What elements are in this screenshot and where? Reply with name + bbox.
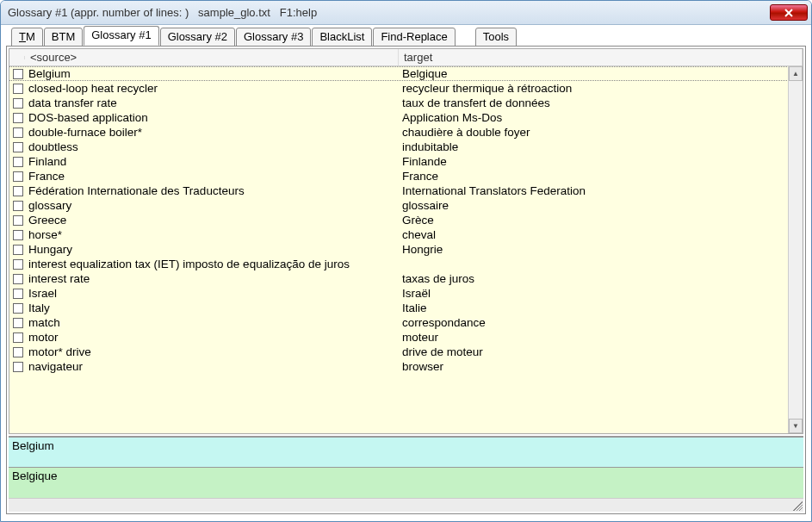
header-source[interactable]: <source> — [25, 49, 399, 65]
close-button[interactable] — [770, 4, 808, 21]
table-row[interactable]: horse*cheval — [9, 227, 803, 242]
row-source: horse* — [25, 228, 399, 241]
table-row[interactable]: motormoteur — [9, 330, 803, 345]
table-row[interactable]: glossaryglossaire — [9, 198, 803, 213]
source-entry-panel[interactable]: Belgium — [9, 436, 803, 467]
row-checkbox[interactable] — [13, 274, 23, 284]
row-checkbox-cell — [9, 274, 25, 284]
titlebar: Glossary #1 (appr. number of lines: ) sa… — [1, 1, 811, 25]
row-checkbox-cell — [9, 259, 25, 270]
list-area: <source> target ▲ ▼ BelgiumBelgiqueclose… — [9, 48, 803, 434]
tab-tm[interactable]: TM — [11, 28, 43, 47]
row-source: motor — [25, 331, 399, 344]
row-checkbox[interactable] — [13, 259, 23, 270]
row-source: France — [25, 170, 399, 183]
tab-blacklist[interactable]: BlackList — [312, 28, 372, 47]
table-row[interactable]: ItalyItalie — [9, 301, 803, 315]
row-checkbox-cell — [9, 362, 25, 372]
row-source: motor* drive — [25, 345, 399, 358]
row-checkbox-cell — [9, 201, 25, 211]
row-source: closed-loop heat recycler — [25, 82, 399, 95]
row-checkbox[interactable] — [13, 318, 23, 328]
row-target: International Translators Federation — [399, 184, 788, 197]
row-checkbox[interactable] — [13, 230, 23, 240]
row-checkbox-cell — [9, 347, 25, 357]
row-target: Hongrie — [399, 243, 788, 256]
row-source: Finland — [25, 155, 399, 168]
row-source: Greece — [25, 214, 399, 227]
row-source: Italy — [25, 301, 399, 314]
row-checkbox[interactable] — [13, 142, 23, 152]
row-target: Application Ms-Dos — [399, 111, 788, 124]
column-headers: <source> target — [9, 49, 803, 66]
row-target: Belgique — [399, 67, 788, 80]
table-row[interactable]: DOS-based applicationApplication Ms-Dos — [9, 110, 803, 125]
row-target: Italie — [399, 301, 788, 314]
row-checkbox[interactable] — [13, 157, 23, 167]
row-source: data transfer rate — [25, 96, 399, 109]
row-checkbox[interactable] — [13, 303, 23, 314]
table-row[interactable]: interest ratetaxas de juros — [9, 271, 803, 286]
table-row[interactable]: FinlandFinlande — [9, 154, 803, 169]
row-checkbox[interactable] — [13, 245, 23, 255]
table-row[interactable]: navigateurbrowser — [9, 359, 803, 374]
row-target: France — [399, 170, 788, 183]
target-entry-panel[interactable]: Belgique — [9, 467, 803, 498]
tab-glossary-3[interactable]: Glossary #3 — [236, 28, 311, 47]
table-row[interactable]: closed-loop heat recyclerrecycleur therm… — [9, 81, 803, 96]
row-checkbox[interactable] — [13, 332, 23, 343]
row-checkbox[interactable] — [13, 98, 23, 109]
table-row[interactable]: HungaryHongrie — [9, 242, 803, 257]
table-row[interactable]: motor* drivedrive de moteur — [9, 345, 803, 359]
row-checkbox[interactable] — [13, 215, 23, 226]
row-target: moteur — [399, 331, 788, 344]
row-checkbox-cell — [9, 303, 25, 314]
row-checkbox[interactable] — [13, 201, 23, 211]
row-checkbox[interactable] — [13, 127, 23, 138]
row-checkbox[interactable] — [13, 69, 23, 79]
scroll-down-button[interactable]: ▼ — [789, 419, 803, 433]
row-target: taux de transfert de données — [399, 96, 788, 109]
row-checkbox-cell — [9, 332, 25, 343]
row-checkbox[interactable] — [13, 347, 23, 357]
row-checkbox[interactable] — [13, 113, 23, 123]
row-checkbox[interactable] — [13, 84, 23, 94]
table-row[interactable]: doubtlessindubitable — [9, 140, 803, 154]
row-checkbox[interactable] — [13, 186, 23, 196]
table-row[interactable]: Fédération Internationale des Traducteur… — [9, 183, 803, 198]
source-entry-text: Belgium — [9, 438, 803, 454]
row-target: glossaire — [399, 199, 788, 212]
table-row[interactable]: data transfer ratetaux de transfert de d… — [9, 96, 803, 110]
row-checkbox[interactable] — [13, 362, 23, 372]
row-checkbox[interactable] — [13, 289, 23, 299]
tab-glossary-2[interactable]: Glossary #2 — [160, 28, 235, 47]
row-checkbox-cell — [9, 289, 25, 299]
header-target[interactable]: target — [399, 49, 803, 65]
table-row[interactable]: GreeceGrèce — [9, 213, 803, 227]
row-checkbox-cell — [9, 98, 25, 109]
resize-grip[interactable] — [790, 499, 803, 511]
table-row[interactable]: BelgiumBelgique — [9, 66, 803, 81]
row-checkbox-cell — [9, 69, 25, 79]
table-row[interactable]: FranceFrance — [9, 169, 803, 183]
table-row[interactable]: double-furnace boiler*chaudière à double… — [9, 125, 803, 140]
tab-find-replace[interactable]: Find-Replace — [373, 28, 455, 47]
row-target: Finlande — [399, 155, 788, 168]
tab-btm[interactable]: BTM — [44, 28, 83, 47]
content-area: <source> target ▲ ▼ BelgiumBelgiqueclose… — [6, 46, 806, 514]
row-source: Belgium — [25, 67, 399, 80]
tab-tools[interactable]: Tools — [475, 28, 517, 47]
scroll-up-button[interactable]: ▲ — [789, 66, 803, 81]
row-source: interest equalization tax (IET) imposto … — [25, 258, 399, 270]
row-source: DOS-based application — [25, 111, 399, 124]
table-row[interactable]: interest equalization tax (IET) imposto … — [9, 257, 803, 271]
row-source: navigateur — [25, 360, 399, 373]
row-checkbox-cell — [9, 230, 25, 240]
tab-glossary-1[interactable]: Glossary #1 — [84, 26, 158, 46]
row-checkbox[interactable] — [13, 171, 23, 182]
row-checkbox-cell — [9, 113, 25, 123]
table-row[interactable]: matchcorrespondance — [9, 315, 803, 330]
table-row[interactable]: IsraelIsraël — [9, 286, 803, 301]
list-body[interactable]: ▲ ▼ BelgiumBelgiqueclosed-loop heat recy… — [9, 66, 803, 433]
vertical-scrollbar[interactable]: ▲ ▼ — [788, 66, 803, 433]
